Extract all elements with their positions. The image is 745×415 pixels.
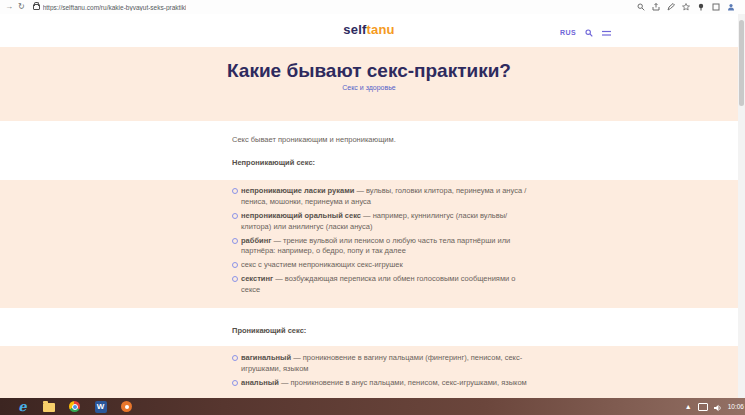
- list-item: непроникающие ласки руками — вульвы, гол…: [232, 186, 528, 208]
- site-logo[interactable]: selftanu: [0, 22, 738, 37]
- logo-text-primary: self: [343, 22, 366, 37]
- address-bar[interactable]: https://selftanu.com/ru/kakie-byvayut-se…: [33, 4, 637, 11]
- list-item: анальный — проникновение в анус пальцами…: [232, 378, 528, 389]
- language-switcher[interactable]: RUS: [560, 29, 576, 36]
- internet-explorer-icon[interactable]: e: [16, 400, 29, 413]
- clock[interactable]: 10:06: [728, 403, 744, 410]
- url-text[interactable]: https://selftanu.com/ru/kakie-byvayut-se…: [43, 4, 187, 11]
- pin-icon[interactable]: [697, 3, 705, 11]
- bullet-circle-icon: [232, 276, 238, 282]
- bullet-circle-icon: [232, 355, 238, 361]
- page-title: Какие бывают секс-практики?: [0, 60, 738, 82]
- profile-icon[interactable]: [727, 3, 735, 11]
- lock-icon: [33, 4, 40, 10]
- category-link[interactable]: Секс и здоровье: [0, 84, 738, 91]
- site-search-icon[interactable]: [585, 23, 593, 41]
- hamburger-menu-icon[interactable]: [602, 23, 611, 41]
- list-item: раббинг — трение вульвой или пенисом о л…: [232, 236, 528, 258]
- bullet-circle-icon: [232, 380, 238, 386]
- taskbar: e W ▲ 10:06: [0, 398, 745, 415]
- list-item: секстинг — возбуждающая переписка или об…: [232, 274, 528, 296]
- scrollbar-track[interactable]: [738, 14, 745, 398]
- nonpenetrative-list: непроникающие ласки руками — вульвы, гол…: [232, 186, 528, 299]
- site-header: selftanu RUS: [0, 14, 738, 47]
- edit-icon[interactable]: [667, 3, 675, 11]
- list-item: вагинальный — проникновение в вагину пал…: [232, 353, 528, 375]
- bullet-circle-icon: [232, 262, 238, 268]
- chrome-icon[interactable]: [68, 400, 81, 413]
- list-item-text: секстинг — возбуждающая переписка или об…: [241, 274, 528, 296]
- file-explorer-icon[interactable]: [42, 400, 55, 413]
- extensions-icon[interactable]: [712, 3, 720, 11]
- list-item-text: вагинальный — проникновение в вагину пал…: [241, 353, 528, 375]
- network-icon[interactable]: [698, 403, 708, 411]
- intro-paragraph: Секс бывает проникающим и непроникающим.: [232, 135, 524, 144]
- list-item-text: секс с участием непроникающих секс-игруш…: [241, 260, 403, 271]
- share-icon[interactable]: [652, 3, 660, 11]
- list-item: непроникающий оральный секс — например, …: [232, 211, 528, 233]
- list-item-text: раббинг — трение вульвой или пенисом о л…: [241, 236, 528, 258]
- word-icon[interactable]: W: [94, 400, 107, 413]
- search-icon[interactable]: [637, 3, 645, 11]
- list-item-text: анальный — проникновение в анус пальцами…: [241, 378, 527, 389]
- system-tray: ▲ 10:06: [685, 398, 745, 415]
- logo-text-accent: tanu: [366, 22, 394, 37]
- bookmark-star-icon[interactable]: [682, 3, 690, 11]
- tray-expand-icon[interactable]: ▲: [685, 403, 692, 410]
- bullet-circle-icon: [232, 188, 238, 194]
- reload-icon[interactable]: ↻: [18, 0, 25, 14]
- forward-icon[interactable]: →: [5, 0, 13, 14]
- bullet-circle-icon: [232, 238, 238, 244]
- scrollbar-thumb[interactable]: [739, 20, 744, 106]
- list-item-text: непроникающий оральный секс — например, …: [241, 211, 528, 233]
- orange-app-icon[interactable]: [120, 400, 133, 413]
- penetrative-list: вагинальный — проникновение в вагину пал…: [232, 353, 528, 392]
- section-heading-nonpenetrative: Непроникающий секс:: [232, 158, 524, 167]
- browser-toolbar: → ↻ https://selftanu.com/ru/kakie-byvayu…: [0, 0, 745, 15]
- list-item-text: непроникающие ласки руками — вульвы, гол…: [241, 186, 528, 208]
- section-heading-penetrative: Проникающий секс:: [232, 326, 524, 335]
- list-item: секс с участием непроникающих секс-игруш…: [232, 260, 528, 271]
- screen: → ↻ https://selftanu.com/ru/kakie-byvayu…: [0, 0, 745, 415]
- bullet-circle-icon: [232, 213, 238, 219]
- volume-icon[interactable]: [714, 398, 722, 415]
